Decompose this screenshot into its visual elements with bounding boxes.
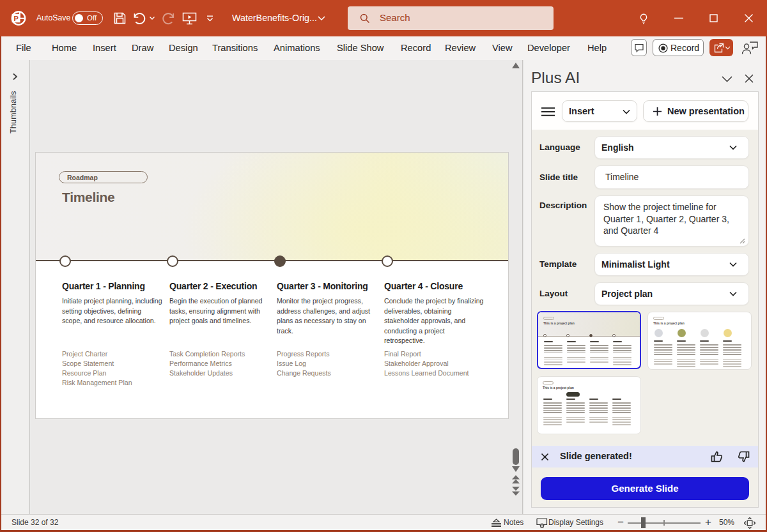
svg-text:P: P xyxy=(14,15,19,22)
